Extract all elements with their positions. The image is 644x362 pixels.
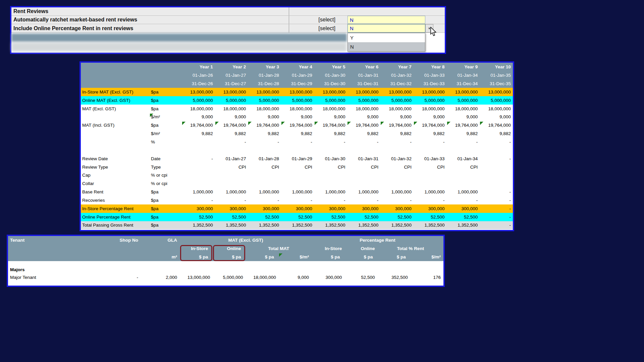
forecast-cell[interactable]: 9,882 [215,129,248,138]
forecast-cell[interactable]: 13,000,000 [380,88,414,96]
forecast-cell[interactable] [480,163,513,171]
forecast-cell[interactable]: CPI [248,163,281,171]
forecast-cell[interactable]: 5,000,000 [380,96,414,105]
forecast-cell[interactable]: - [347,196,380,204]
rent-review-input[interactable]: N [347,16,425,24]
forecast-cell[interactable]: 9,882 [414,129,447,138]
forecast-cell[interactable]: 9,000 [380,113,414,121]
forecast-cell[interactable]: CPI [215,163,248,171]
forecast-cell[interactable]: - [414,138,447,146]
forecast-cell[interactable]: 13,000,000 [314,88,347,96]
forecast-cell[interactable] [248,171,281,179]
forecast-cell[interactable]: 52,500 [380,213,414,221]
forecast-cell[interactable] [347,146,380,155]
forecast-cell[interactable]: 9,000 [281,113,314,121]
forecast-cell[interactable] [480,146,513,155]
forecast-cell[interactable]: 1,000,000 [281,188,314,196]
forecast-cell[interactable] [314,179,347,188]
rent-review-input-active[interactable]: N [347,24,425,33]
forecast-cell[interactable]: - [314,138,347,146]
forecast-cell[interactable]: - [480,221,513,230]
forecast-cell[interactable]: - [281,138,314,146]
forecast-cell[interactable]: 1,352,500 [347,221,380,230]
forecast-cell[interactable]: - [447,196,480,204]
forecast-cell[interactable]: 5,000,000 [215,96,248,105]
forecast-cell[interactable]: 13,000,000 [281,88,314,96]
total-mat-cell[interactable]: 18,000,000 [246,273,279,281]
online-pct-cell[interactable]: 52,500 [344,273,377,281]
forecast-cell[interactable]: 1,352,500 [314,221,347,230]
forecast-cell[interactable]: 300,000 [248,204,281,213]
forecast-cell[interactable]: 9,000 [480,113,513,121]
forecast-cell[interactable]: 1,352,500 [182,221,215,230]
forecast-cell[interactable]: 9,882 [248,129,281,138]
forecast-cell[interactable] [314,171,347,179]
forecast-cell[interactable]: - [347,138,380,146]
forecast-cell[interactable]: 9,882 [380,129,414,138]
forecast-cell[interactable]: CPI [281,163,314,171]
forecast-cell[interactable]: 5,000,000 [414,96,447,105]
forecast-cell[interactable] [414,171,447,179]
forecast-cell[interactable]: - [380,196,414,204]
forecast-cell[interactable]: 01-Jan-29 [281,155,314,163]
forecast-cell[interactable]: 300,000 [281,204,314,213]
forecast-cell[interactable]: 18,000,000 [480,105,513,113]
forecast-cell[interactable]: 18,000,000 [447,105,480,113]
forecast-cell[interactable]: CPI [347,163,380,171]
forecast-cell[interactable] [182,179,215,188]
forecast-cell[interactable]: 52,500 [414,213,447,221]
forecast-cell[interactable]: 13,000,000 [480,88,513,96]
forecast-cell[interactable]: 9,882 [314,129,347,138]
forecast-cell[interactable]: 18,000,000 [314,105,347,113]
tenant-name-cell[interactable]: Major Tenant [8,273,117,281]
forecast-cell[interactable]: 9,882 [281,129,314,138]
forecast-cell[interactable]: 01-Jan-28 [248,155,281,163]
forecast-cell[interactable]: - [215,196,248,204]
forecast-cell[interactable]: 19,764,000 [347,121,380,129]
forecast-cell[interactable] [182,163,215,171]
forecast-cell[interactable]: 5,000,000 [281,96,314,105]
forecast-cell[interactable]: 01-Jan-33 [414,155,447,163]
forecast-cell[interactable] [215,171,248,179]
forecast-cell[interactable] [248,146,281,155]
forecast-cell[interactable]: - [182,196,215,204]
forecast-cell[interactable] [281,179,314,188]
forecast-cell[interactable] [215,146,248,155]
forecast-cell[interactable]: 9,882 [447,129,480,138]
select-hint-cell[interactable]: [select] [289,16,349,24]
forecast-cell[interactable]: - [248,138,281,146]
forecast-cell[interactable] [347,179,380,188]
forecast-cell[interactable]: 5,000,000 [480,96,513,105]
forecast-cell[interactable] [380,171,414,179]
total-pct-cell[interactable]: 352,500 [378,273,411,281]
forecast-cell[interactable]: - [480,196,513,204]
forecast-cell[interactable] [182,138,215,146]
forecast-cell[interactable]: 01-Jan-27 [215,155,248,163]
forecast-cell[interactable]: 1,352,500 [248,221,281,230]
mat-per-m2-cell[interactable]: 9,000 [279,273,312,281]
forecast-cell[interactable]: 9,000 [248,113,281,121]
forecast-cell[interactable]: 300,000 [347,204,380,213]
gla-cell[interactable]: 2,000 [141,273,180,281]
forecast-cell[interactable]: 18,000,000 [281,105,314,113]
forecast-cell[interactable] [447,171,480,179]
forecast-cell[interactable]: - [215,138,248,146]
forecast-cell[interactable]: 5,000,000 [248,96,281,105]
forecast-cell[interactable]: 1,000,000 [182,188,215,196]
forecast-cell[interactable]: 1,352,500 [447,221,480,230]
forecast-cell[interactable]: 9,000 [447,113,480,121]
forecast-cell[interactable]: 300,000 [414,204,447,213]
forecast-cell[interactable] [414,146,447,155]
forecast-cell[interactable]: 1,000,000 [314,188,347,196]
forecast-cell[interactable]: 19,764,000 [414,121,447,129]
forecast-cell[interactable]: 9,000 [414,113,447,121]
forecast-cell[interactable]: 52,500 [182,213,215,221]
forecast-cell[interactable]: 5,000,000 [314,96,347,105]
forecast-cell[interactable]: 19,764,000 [380,121,414,129]
forecast-cell[interactable]: - [480,138,513,146]
forecast-cell[interactable]: 300,000 [380,204,414,213]
forecast-cell[interactable]: 13,000,000 [215,88,248,96]
forecast-cell[interactable]: 1,352,500 [281,221,314,230]
forecast-cell[interactable]: CPI [447,163,480,171]
forecast-cell[interactable] [281,171,314,179]
